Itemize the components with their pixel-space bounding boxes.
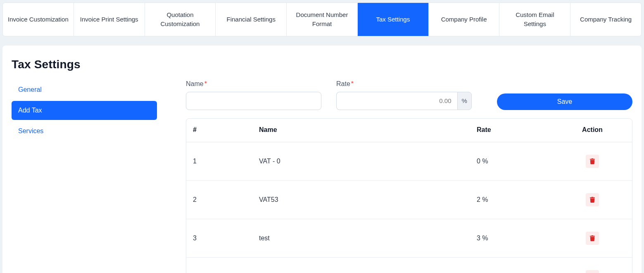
name-label: Name* [186, 80, 321, 88]
cell-action [559, 232, 625, 245]
trash-icon [589, 197, 595, 203]
col-header-index: # [193, 126, 259, 134]
tab-custom-email-settings[interactable]: Custom Email Settings [499, 3, 570, 36]
col-header-action: Action [559, 126, 625, 134]
delete-button[interactable] [586, 270, 599, 273]
sidebar-item-general[interactable]: General [12, 80, 157, 99]
tax-settings-card: Tax Settings GeneralAdd TaxServices Name… [2, 46, 642, 273]
cell-index: 3 [193, 235, 259, 242]
name-field: Name* [186, 80, 321, 110]
tab-financial-settings[interactable]: Financial Settings [216, 3, 287, 36]
sidebar-item-add-tax[interactable]: Add Tax [12, 101, 157, 120]
rate-addon: % [457, 92, 472, 110]
name-input[interactable] [186, 92, 321, 110]
cell-name: test [259, 235, 477, 242]
required-marker: * [351, 80, 354, 87]
tab-company-tracking[interactable]: Company Tracking [570, 3, 641, 36]
delete-button[interactable] [586, 232, 599, 245]
tab-company-profile[interactable]: Company Profile [429, 3, 500, 36]
table-row: 3test3 % [186, 219, 632, 258]
cell-rate: 3 % [477, 235, 559, 242]
delete-button[interactable] [586, 155, 599, 168]
main-content: Name* Rate* % Save [186, 80, 632, 273]
rate-input[interactable] [336, 92, 457, 110]
table-row: 2VAT532 % [186, 181, 632, 219]
col-header-name: Name [259, 126, 477, 134]
trash-icon [589, 235, 595, 241]
tax-table: # Name Rate Action 1VAT - 00 %2VAT532 %3… [186, 118, 632, 273]
rate-label: Rate* [336, 80, 472, 88]
form-row: Name* Rate* % Save [186, 80, 632, 110]
table-row: 4VAT - 55 % [186, 258, 632, 273]
tab-invoice-print-settings[interactable]: Invoice Print Settings [74, 3, 145, 36]
cell-name: VAT - 0 [259, 158, 477, 165]
page-title: Tax Settings [12, 58, 632, 71]
cell-index: 1 [193, 158, 259, 165]
sidebar: GeneralAdd TaxServices [12, 80, 157, 142]
delete-button[interactable] [586, 193, 599, 206]
save-button[interactable]: Save [497, 93, 632, 110]
col-header-rate: Rate [477, 126, 559, 134]
sidebar-item-services[interactable]: Services [12, 122, 157, 141]
tab-quotation-customization[interactable]: Quotation Customization [145, 3, 216, 36]
cell-index: 2 [193, 196, 259, 204]
main-tabs: Invoice CustomizationInvoice Print Setti… [2, 2, 642, 36]
cell-rate: 2 % [477, 196, 559, 204]
tab-document-number-format[interactable]: Document Number Format [287, 3, 358, 36]
cell-name: VAT53 [259, 196, 477, 204]
table-row: 1VAT - 00 % [186, 142, 632, 181]
cell-action [559, 270, 625, 273]
cell-action [559, 155, 625, 168]
required-marker: * [204, 80, 207, 87]
tab-invoice-customization[interactable]: Invoice Customization [3, 3, 74, 36]
rate-field: Rate* % [336, 80, 472, 110]
cell-rate: 0 % [477, 158, 559, 165]
table-header: # Name Rate Action [186, 119, 632, 142]
cell-action [559, 193, 625, 206]
tab-tax-settings[interactable]: Tax Settings [358, 3, 429, 36]
trash-icon [589, 158, 595, 164]
